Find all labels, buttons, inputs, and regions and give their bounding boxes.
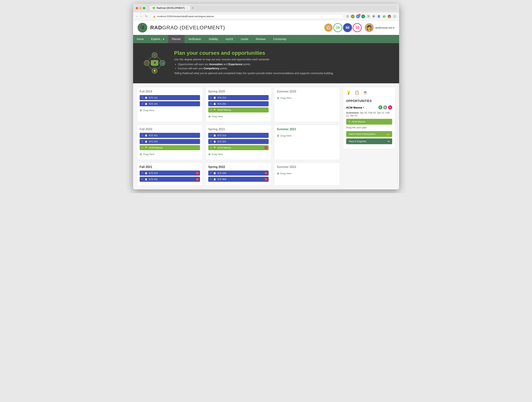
browser-navbar: ‹ › ↻ 🔒 localhost:3200/#/student/abi@haw… <box>133 12 399 21</box>
drag-here-summer2022[interactable]: ⊕ Drag Here <box>277 171 337 176</box>
remove-course-button[interactable]: × <box>265 172 267 175</box>
course-label: ICS 464 <box>218 178 226 181</box>
nav-visibility[interactable]: Visibility <box>205 35 222 43</box>
nav-reviews[interactable]: Reviews <box>252 35 269 43</box>
nav-myice[interactable]: myICE <box>222 35 237 43</box>
minimize-button[interactable] <box>139 7 142 9</box>
sidebar: 💡 📋 ☕ OPPORTUNITIES ACM Manoa ▾ 5 <box>343 87 395 186</box>
tab-ideas[interactable]: 💡 <box>346 90 351 95</box>
active-tab[interactable]: 🌿 RadGrad (DEVELOPMENT) × <box>150 6 190 11</box>
opp-acm-spring2020[interactable]: ⠿ 💡 ACM Manoa <box>208 107 269 112</box>
drag-here-spring2021[interactable]: ⊕ Drag Here <box>208 151 269 157</box>
profile-icon[interactable]: 👤 <box>377 15 381 18</box>
ice-decorative-icon: 🌸 <box>324 24 333 32</box>
semester-title-summer2020: Summer 2020 <box>277 90 337 93</box>
planner-layout: Fall 2019 ⠿ 📋 ICS 111 ⠿ 📋 ICS 141 ⊕ Drag… <box>137 87 395 186</box>
course-label: ICS 141 <box>149 102 158 105</box>
course-icon: 📋 <box>213 178 216 181</box>
google-icon[interactable]: G 16 <box>356 15 360 18</box>
course-label: ICS 314 <box>149 140 158 143</box>
hero-subtitle: Use this degree planner to map out your … <box>174 58 334 61</box>
user-menu[interactable]: 👩 abi@hawaii.edu ▾ <box>365 23 394 32</box>
svg-text:🎓: 🎓 <box>153 61 156 64</box>
remove-course-button[interactable]: × <box>196 172 199 175</box>
remove-opp-button[interactable]: × <box>265 146 267 149</box>
course-ics332[interactable]: ⠿ 📋 ICS 332 × <box>208 171 269 176</box>
extension-icon[interactable]: 🐸 <box>351 15 355 18</box>
close-button[interactable] <box>136 7 138 9</box>
drag-here-summer2020[interactable]: ⊕ Drag Here <box>277 95 337 101</box>
drag-here-fall2020[interactable]: ⊕ Drag Here <box>140 151 200 157</box>
bookmark-icon[interactable]: ☆ <box>346 15 349 18</box>
course-icon: 📋 <box>145 178 147 181</box>
course-ics464[interactable]: ⠿ 📋 ICS 464 × <box>208 177 269 182</box>
opp-drag-instruction: Drag into your plan <box>346 126 392 129</box>
drag-here-summer2021[interactable]: ⊕ Drag Here <box>277 133 337 139</box>
course-ics313[interactable]: ⠿ 📋 ICS 313 × <box>140 171 200 176</box>
remove-course-button[interactable]: × <box>265 178 267 181</box>
semester-title-fall2019: Fall 2019 <box>140 90 200 93</box>
course-icon: 📋 <box>145 140 147 143</box>
drag-here-fall2019[interactable]: ⊕ Drag Here <box>140 107 200 113</box>
course-ics314[interactable]: ⠿ 📋 ICS 314 <box>140 139 200 144</box>
view-in-explorer-button[interactable]: View In Explorer ➔ <box>346 138 392 144</box>
nav-planner[interactable]: Planner <box>168 35 184 43</box>
tab-list[interactable]: 📋 <box>355 90 359 95</box>
drag-here-label: Drag Here <box>143 109 154 112</box>
drag-here-spring2020[interactable]: ⊕ Drag Here <box>208 114 269 119</box>
course-ics321[interactable]: ⠿ 📋 ICS 321 <box>208 139 269 144</box>
hero-title: Plan your courses and opportunities <box>174 50 334 56</box>
address-bar[interactable]: 🔒 localhost:3200/#/student/abi@hawaii.ed… <box>150 14 344 19</box>
tab-title: RadGrad (DEVELOPMENT) <box>157 7 185 9</box>
menu-icon[interactable]: ⋮ <box>393 15 397 18</box>
svg-text:💡: 💡 <box>153 69 156 72</box>
semester-spring2021: Spring 2021 ⠿ 📋 ICS 212 ⠿ 📋 ICS 321 ⠿ 💡 <box>205 125 272 160</box>
sheets-icon[interactable]: S <box>361 15 365 18</box>
course-icon: 📋 <box>145 172 147 174</box>
hero-bullet-2: Courses will earn you Competency points. <box>178 67 334 70</box>
opp-acm-spring2021[interactable]: ⠿ 💡 ACM Manoa × <box>208 145 269 150</box>
reload-button[interactable]: ↻ <box>144 14 148 19</box>
course-ics111[interactable]: ⠿ 📋 ICS 111 <box>140 95 200 100</box>
back-button[interactable]: ‹ <box>136 14 138 19</box>
tab-close-icon[interactable]: × <box>186 7 187 9</box>
view-future-participation-button[interactable]: View Future Participation 👍 <box>346 131 392 137</box>
nav-verification[interactable]: Verification <box>184 35 205 43</box>
tab-coffee[interactable]: ☕ <box>363 90 368 95</box>
maximize-button[interactable] <box>143 7 145 9</box>
new-tab-button[interactable]: + <box>191 6 195 10</box>
opp-dropdown-button[interactable]: ▾ <box>363 106 364 109</box>
user-avatar: 👩 <box>365 23 374 32</box>
course-ics211[interactable]: ⠿ 📋 ICS 211 <box>208 95 269 100</box>
nav-community[interactable]: Community <box>269 35 290 43</box>
course-icon: 📋 <box>213 134 216 137</box>
ice-badges: 🌸 10 68 10 <box>324 23 362 32</box>
user-avatar-nav[interactable]: 👩 <box>387 15 391 18</box>
course-ics212[interactable]: ⠿ 📋 ICS 212 <box>208 133 269 138</box>
forward-button[interactable]: › <box>140 14 142 19</box>
semester-title-fall2020: Fall 2020 <box>140 128 200 131</box>
edit-icon[interactable]: ✎ <box>367 15 370 18</box>
extensions-icon[interactable]: 🧩 <box>382 15 386 18</box>
ice-c-badge: 68 <box>343 23 352 32</box>
settings-icon[interactable]: ⚙ <box>372 15 375 18</box>
course-ics311[interactable]: ⠿ 📋 ICS 311 <box>140 133 200 138</box>
nav-levels[interactable]: Levels <box>237 35 252 43</box>
course-ics141[interactable]: ⠿ 📋 ICS 141 <box>140 101 200 106</box>
opp-acm-fall2020[interactable]: ⠿ 💡 ACM Manoa <box>140 145 200 150</box>
nav-home[interactable]: Home <box>133 35 147 43</box>
semesters-grid: Fall 2019 ⠿ 📋 ICS 111 ⠿ 📋 ICS 141 ⊕ Drag… <box>137 87 340 186</box>
remove-course-button[interactable]: × <box>196 178 199 181</box>
drag-handle: ⠿ <box>141 96 143 99</box>
course-icon: 📋 <box>145 134 147 137</box>
opp-label: ACM Manoa <box>218 146 231 149</box>
nav-explore[interactable]: Explore... ▾ <box>147 35 168 43</box>
course-ics241[interactable]: ⠿ 📋 ICS 241 <box>208 101 269 106</box>
opp-draggable-card[interactable]: ⠿ ACM Manoa <box>346 119 392 125</box>
course-icon: 📋 <box>213 172 216 174</box>
drag-here-icon: ⊕ <box>277 96 279 100</box>
drag-handle: ⠿ <box>141 140 143 143</box>
drag-here-icon: ⊕ <box>208 152 211 156</box>
course-ics331[interactable]: ⠿ 📋 ICS 331 × <box>140 177 200 182</box>
app-title: RADGRAD (DEVELOPMENT) <box>150 25 225 31</box>
